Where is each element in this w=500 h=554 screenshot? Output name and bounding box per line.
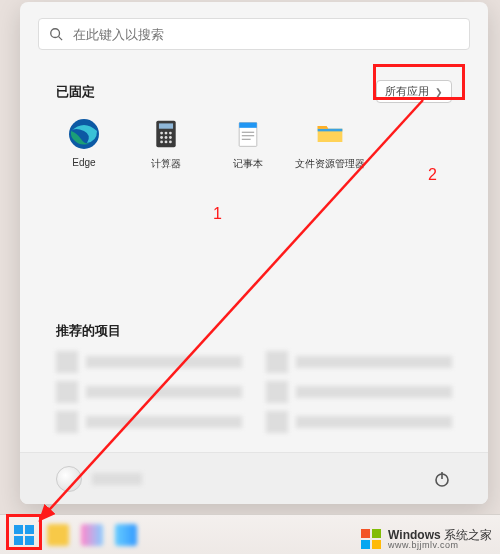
all-apps-button[interactable]: 所有应用 ❯ xyxy=(376,80,452,103)
svg-rect-19 xyxy=(318,129,343,132)
user-account-button[interactable] xyxy=(56,466,142,492)
list-item[interactable] xyxy=(266,410,452,434)
pinned-section: 已固定 所有应用 ❯ Edge xyxy=(20,62,488,171)
svg-rect-24 xyxy=(14,536,23,545)
svg-rect-28 xyxy=(372,529,381,538)
svg-rect-29 xyxy=(361,540,370,549)
svg-rect-22 xyxy=(14,525,23,534)
search-icon xyxy=(49,27,63,41)
svg-rect-27 xyxy=(361,529,370,538)
calculator-icon xyxy=(149,117,183,151)
all-apps-label: 所有应用 xyxy=(385,84,429,99)
list-item[interactable] xyxy=(266,350,452,374)
recommended-grid xyxy=(56,350,452,434)
svg-rect-23 xyxy=(25,525,34,534)
svg-point-13 xyxy=(169,141,172,144)
svg-point-5 xyxy=(160,132,163,135)
taskbar-item[interactable] xyxy=(78,521,106,549)
avatar xyxy=(56,466,82,492)
list-item[interactable] xyxy=(56,380,242,404)
pinned-title: 已固定 xyxy=(56,83,95,101)
svg-point-8 xyxy=(160,136,163,139)
file-explorer-icon xyxy=(313,117,347,151)
recommended-section: 推荐的项目 xyxy=(20,321,488,434)
watermark-brand: Windows 系统之家 xyxy=(388,529,492,541)
svg-rect-25 xyxy=(25,536,34,545)
svg-point-11 xyxy=(160,141,163,144)
watermark: Windows 系统之家 www.bjjmlv.com xyxy=(360,528,492,550)
pinned-item-notepad[interactable]: 记事本 xyxy=(220,117,276,171)
pinned-label: 记事本 xyxy=(233,157,263,171)
svg-point-0 xyxy=(51,29,60,38)
search-bar[interactable] xyxy=(38,18,470,50)
svg-point-10 xyxy=(169,136,172,139)
pinned-item-edge[interactable]: Edge xyxy=(56,117,112,171)
start-menu-footer xyxy=(20,452,488,504)
svg-line-1 xyxy=(59,37,63,41)
pinned-label: Edge xyxy=(72,157,95,168)
start-button[interactable] xyxy=(10,521,38,549)
taskbar-item[interactable] xyxy=(44,521,72,549)
svg-point-6 xyxy=(165,132,168,135)
svg-point-9 xyxy=(165,136,168,139)
watermark-url: www.bjjmlv.com xyxy=(388,541,492,550)
svg-point-7 xyxy=(169,132,172,135)
pinned-item-calculator[interactable]: 计算器 xyxy=(138,117,194,171)
search-input[interactable] xyxy=(73,27,459,42)
pinned-label: 计算器 xyxy=(151,157,181,171)
svg-rect-4 xyxy=(159,123,173,128)
list-item[interactable] xyxy=(266,380,452,404)
notepad-icon xyxy=(231,117,265,151)
list-item[interactable] xyxy=(56,410,242,434)
power-button[interactable] xyxy=(432,469,452,489)
taskbar-item[interactable] xyxy=(112,521,140,549)
pinned-item-file-explorer[interactable]: 文件资源管理器 xyxy=(302,117,358,171)
pinned-grid: Edge 计算器 xyxy=(56,117,452,171)
svg-rect-30 xyxy=(372,540,381,549)
svg-rect-15 xyxy=(239,123,257,128)
chevron-right-icon: ❯ xyxy=(435,87,443,97)
list-item[interactable] xyxy=(56,350,242,374)
windows-icon xyxy=(13,524,35,546)
edge-icon xyxy=(67,117,101,151)
windows-logo-icon xyxy=(360,528,382,550)
user-name xyxy=(92,473,142,485)
pinned-label: 文件资源管理器 xyxy=(295,157,365,171)
start-menu: 已固定 所有应用 ❯ Edge xyxy=(20,2,488,504)
svg-point-12 xyxy=(165,141,168,144)
recommended-title: 推荐的项目 xyxy=(56,323,121,338)
